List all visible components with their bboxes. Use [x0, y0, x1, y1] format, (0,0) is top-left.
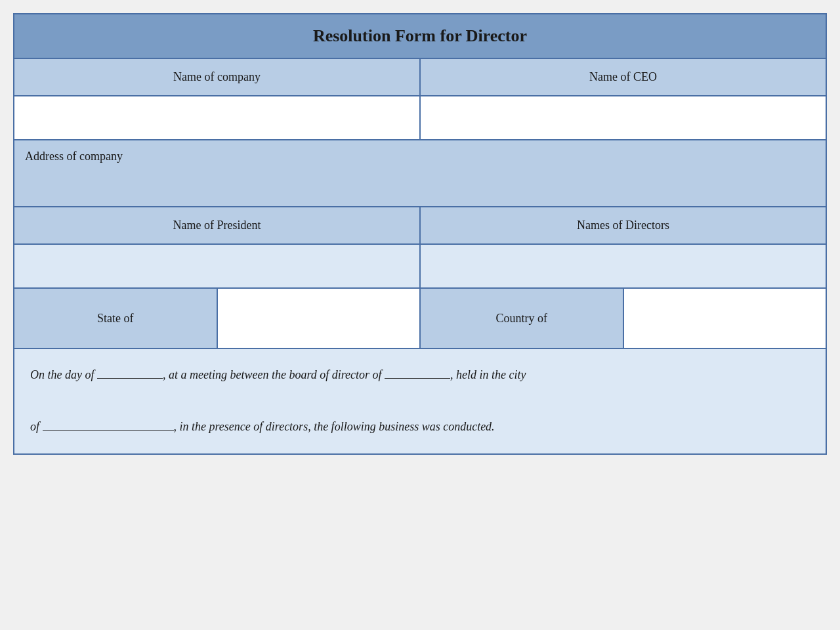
president-directors-input-row [14, 245, 826, 289]
narrative-row: On the day of , at a meeting between the… [14, 349, 826, 453]
address-label-row: Address of company [14, 140, 826, 207]
ceo-label: Name of CEO [421, 59, 826, 95]
company-label: Name of company [14, 59, 421, 95]
address-label: Address of company [14, 140, 826, 206]
president-input[interactable] [14, 245, 421, 287]
blank-company [385, 378, 450, 379]
form-title: Resolution Form for Director [313, 26, 527, 45]
company-input[interactable] [14, 96, 421, 139]
blank-date [97, 378, 163, 379]
directors-label: Names of Directors [421, 207, 826, 243]
directors-input[interactable] [421, 245, 826, 287]
company-ceo-input-row [14, 96, 826, 140]
narrative-text: On the day of , at a meeting between the… [14, 349, 826, 453]
president-directors-label-row: Name of President Names of Directors [14, 207, 826, 245]
president-label: Name of President [14, 207, 421, 243]
title-row: Resolution Form for Director [14, 14, 826, 59]
state-label: State of [14, 289, 218, 348]
state-country-row: State of Country of [14, 289, 826, 349]
blank-city [43, 430, 174, 430]
state-input[interactable] [218, 289, 421, 348]
company-ceo-label-row: Name of company Name of CEO [14, 59, 826, 96]
country-input[interactable] [624, 289, 826, 348]
ceo-input[interactable] [421, 96, 826, 139]
country-label: Country of [421, 289, 624, 348]
resolution-form: Resolution Form for Director Name of com… [13, 13, 827, 455]
